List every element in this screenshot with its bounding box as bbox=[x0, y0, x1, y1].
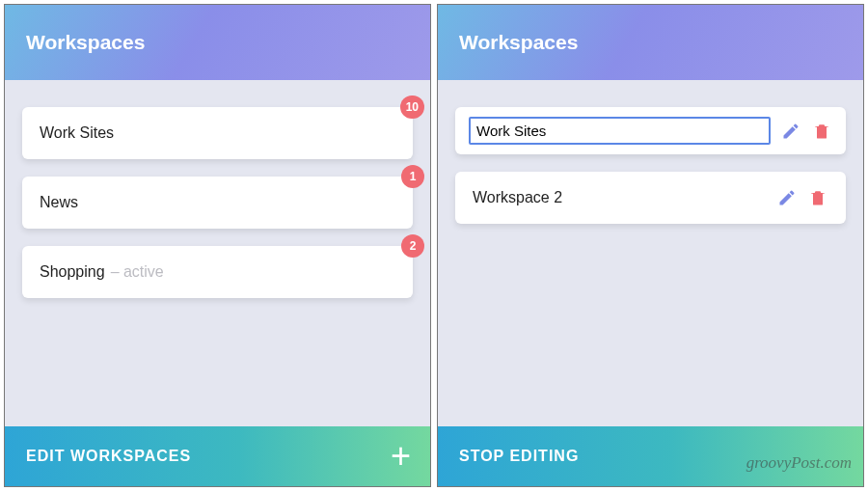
add-workspace-icon[interactable]: + bbox=[391, 439, 411, 474]
workspace-label: Workspace 2 bbox=[473, 189, 767, 206]
count-badge: 10 bbox=[400, 95, 424, 119]
workspace-edit-list: Workspace 2 bbox=[438, 80, 863, 426]
delete-icon[interactable] bbox=[811, 121, 832, 142]
delete-icon[interactable] bbox=[807, 187, 828, 208]
count-badge: 2 bbox=[401, 234, 424, 258]
header-title: Workspaces bbox=[26, 31, 145, 54]
header-title: Workspaces bbox=[459, 31, 578, 54]
workspace-item[interactable]: News 1 bbox=[22, 177, 413, 229]
footer-bar[interactable]: EDIT WORKSPACES + bbox=[5, 426, 430, 486]
header: Workspaces bbox=[5, 5, 430, 80]
header: Workspaces bbox=[438, 5, 863, 80]
stop-editing-button[interactable]: STOP EDITING bbox=[459, 448, 579, 465]
edit-icon[interactable] bbox=[780, 121, 801, 142]
panel-editing: Workspaces Workspace 2 bbox=[437, 4, 864, 487]
workspace-edit-item bbox=[455, 107, 846, 154]
workspace-label: Work Sites bbox=[40, 124, 114, 142]
edit-workspaces-button[interactable]: EDIT WORKSPACES bbox=[26, 448, 191, 465]
workspace-label: Shopping bbox=[40, 263, 105, 281]
workspace-edit-item: Workspace 2 bbox=[455, 172, 846, 224]
workspace-active-suffix: – active bbox=[111, 263, 164, 281]
workspace-name-input[interactable] bbox=[469, 117, 771, 145]
workspace-label: News bbox=[40, 194, 78, 211]
workspace-list: Work Sites 10 News 1 Shopping – active 2 bbox=[5, 80, 430, 426]
footer-bar[interactable]: STOP EDITING bbox=[438, 426, 863, 486]
edit-icon[interactable] bbox=[776, 187, 798, 208]
panel-normal: Workspaces Work Sites 10 News 1 Shopping… bbox=[4, 4, 431, 487]
workspace-item[interactable]: Shopping – active 2 bbox=[22, 246, 413, 298]
workspace-item[interactable]: Work Sites 10 bbox=[22, 107, 413, 159]
count-badge: 1 bbox=[401, 165, 424, 188]
